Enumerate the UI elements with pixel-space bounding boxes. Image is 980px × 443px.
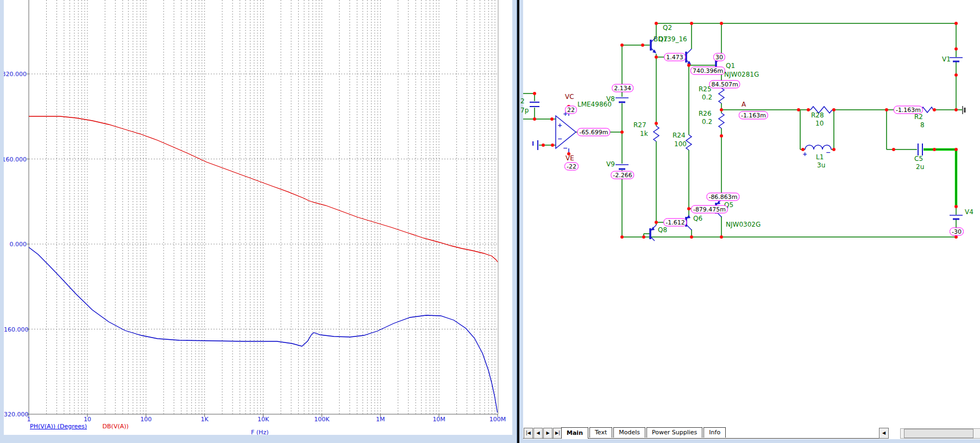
scrollbar-thumb[interactable] (904, 429, 973, 438)
schematic-window: Q2BD139_16Q7Q1NJW0281GR250.2R260.2R271kR… (519, 0, 980, 443)
schematic-label: + (802, 151, 807, 158)
ground-symbol (963, 106, 965, 114)
schematic-label: 0.2 (702, 94, 712, 101)
plot-area: 320.000160.0000.000-160.000-320.000 1101… (4, 0, 512, 435)
analysis-plot-window: 320.000160.0000.000-160.000-320.000 1101… (0, 0, 517, 443)
schematic-label: 1k (640, 130, 648, 138)
sheet-tabs: MainTextModelsPower SuppliesInfo (561, 427, 727, 438)
node-value-badge: 22 (565, 106, 577, 114)
schematic-label: NJW0302G (726, 221, 761, 228)
schematic-label: 3u (817, 162, 825, 169)
node-value-badge: -879.475m (691, 205, 728, 214)
r2-resistor (921, 107, 933, 113)
tab-power-supplies[interactable]: Power Supplies (646, 427, 702, 438)
schematic-label: Q8 (658, 227, 667, 234)
schematic-label: 8 (920, 122, 925, 129)
tab-text[interactable]: Text (589, 427, 612, 438)
schematic-label: − (826, 149, 831, 156)
selected-wire-highlight (924, 149, 956, 207)
x-tick-label: 1 (12, 416, 45, 423)
r24-resistor (686, 135, 692, 150)
page-nav-button[interactable]: ▶ (543, 428, 552, 439)
schematic-label: 2u (916, 164, 924, 171)
schematic-label: R24 (673, 132, 686, 139)
x-tick-label: 1M (364, 416, 397, 423)
x-tick-label: 100K (305, 416, 338, 423)
schematic-label: 0.2 (702, 118, 712, 126)
node-value-badge: -1.163m (894, 106, 923, 114)
schematic-label: V4 (965, 209, 973, 216)
schematic-drawing (519, 0, 980, 427)
node-value-badge: -65.699m (577, 128, 610, 136)
x-tick-label: 10 (71, 416, 104, 423)
schematic-label: NJW0281G (724, 71, 759, 78)
x-tick-label: 100M (481, 416, 512, 423)
schematic-label: − (557, 135, 562, 142)
schematic-label: V1 (942, 56, 951, 63)
r25-resistor (719, 88, 724, 103)
schematic-label: I (532, 140, 534, 147)
schematic-label: + (557, 122, 562, 129)
schematic-label: LME49860 (577, 101, 612, 108)
schematic-label: R27 (633, 122, 646, 129)
node-value-badge: 740.396m (690, 67, 725, 75)
node-value-badge: 84.507m (709, 80, 740, 89)
x-tick-label: 100 (130, 416, 162, 423)
legend-item[interactable]: PH(V(A)) (Degrees) (30, 423, 87, 430)
v8-battery (615, 96, 684, 98)
tab-info[interactable]: Info (703, 427, 726, 438)
schematic-label: Q6 (693, 215, 702, 222)
tab-bar: |◀◀▶▶| MainTextModelsPower SuppliesInfo … (519, 427, 980, 439)
schematic-label: R2 (914, 114, 923, 121)
y-tick-label: -160.000 (4, 326, 27, 333)
bode-plot (4, 0, 512, 435)
r26-resistor (719, 113, 724, 128)
schematic-label: R28 (811, 112, 824, 119)
components (530, 37, 963, 241)
legend-item[interactable]: DB(V(A)) (103, 423, 129, 430)
schematic-label: 10 (815, 120, 824, 127)
y-tick-label: 320.000 (4, 71, 27, 78)
opamp-symbol (556, 116, 576, 148)
desktop: 320.000160.0000.000-160.000-320.000 1101… (0, 0, 980, 443)
x-axis-title: F (Hz) (251, 429, 268, 435)
schematic-label: R26 (699, 110, 712, 117)
tab-main[interactable]: Main (561, 427, 588, 439)
schematic-label: A (742, 101, 746, 108)
x-tick-label: 10M (423, 416, 455, 423)
schematic-canvas: Q2BD139_16Q7Q1NJW0281GR250.2R260.2R271kR… (519, 0, 980, 427)
node-value-badge: -1.612 (663, 219, 687, 227)
node-value-badge: 2.134 (612, 84, 633, 92)
page-nav-button[interactable]: |◀ (524, 428, 533, 439)
schematic-label: 100 (674, 141, 687, 148)
window-bottom-border (519, 439, 980, 443)
schematic-label: − (563, 145, 568, 152)
tab-models[interactable]: Models (613, 427, 645, 438)
schematic-label: 2 (520, 98, 525, 105)
x-tick-label: 1K (189, 416, 221, 423)
schematic-label: C5 (914, 155, 923, 163)
selected-wire (924, 149, 956, 207)
schematic-label: Q7 (658, 36, 668, 43)
schematic-label: VE (566, 155, 574, 162)
schematic-label: V9 (606, 161, 615, 168)
node-value-badge: -86.863m (706, 193, 739, 201)
page-nav-button[interactable]: ◀ (533, 428, 543, 439)
page-nav-buttons: |◀◀▶▶| (524, 428, 563, 439)
horizontal-scrollbar[interactable] (900, 428, 980, 439)
r27-resistor (654, 126, 659, 141)
tab-scroll-left-button[interactable]: ◀ (879, 428, 889, 439)
node-value-badge: -2.266 (611, 171, 634, 179)
schematic-label: 7p (520, 107, 529, 114)
node-value-badge: -22 (564, 163, 579, 171)
node-value-badge: 1.473 (664, 53, 686, 61)
y-tick-label: 160.000 (4, 156, 27, 163)
node-value-badge: -30 (950, 228, 964, 236)
x-tick-label: 10K (247, 416, 280, 423)
y-tick-label: 0.000 (4, 241, 27, 248)
schematic-label: Q1 (726, 63, 735, 70)
schematic-label: L1 (816, 154, 824, 161)
schematic-label: VC (565, 93, 574, 101)
node-value-badge: 30 (713, 53, 725, 61)
node-value-badge: -1.163m (739, 111, 768, 120)
